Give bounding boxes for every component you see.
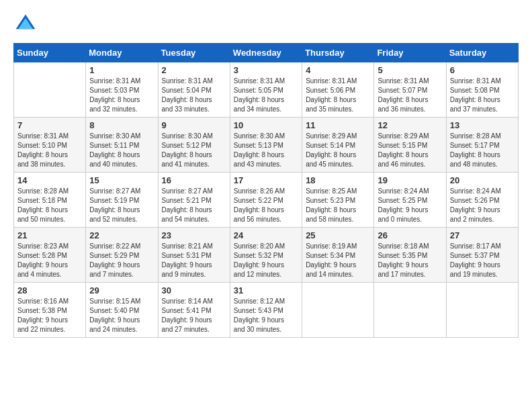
calendar-cell — [302, 283, 374, 338]
col-header-tuesday: Tuesday — [158, 44, 230, 62]
calendar-table: SundayMondayTuesdayWednesdayThursdayFrid… — [13, 43, 519, 338]
week-row-5: 28Sunrise: 8:16 AM Sunset: 5:38 PM Dayli… — [14, 283, 519, 338]
calendar-cell: 20Sunrise: 8:24 AM Sunset: 5:26 PM Dayli… — [446, 173, 518, 228]
cell-info: Sunrise: 8:30 AM Sunset: 5:13 PM Dayligh… — [234, 132, 298, 169]
day-number: 1 — [89, 65, 154, 75]
col-header-sunday: Sunday — [14, 44, 86, 62]
cell-info: Sunrise: 8:15 AM Sunset: 5:40 PM Dayligh… — [89, 297, 154, 334]
cell-info: Sunrise: 8:24 AM Sunset: 5:26 PM Dayligh… — [450, 187, 515, 224]
col-header-friday: Friday — [374, 44, 446, 62]
cell-info: Sunrise: 8:17 AM Sunset: 5:37 PM Dayligh… — [450, 242, 515, 279]
calendar-cell: 21Sunrise: 8:23 AM Sunset: 5:28 PM Dayli… — [14, 228, 86, 283]
day-number: 28 — [17, 285, 82, 295]
day-number: 9 — [162, 120, 226, 130]
day-number: 6 — [450, 65, 515, 75]
calendar-cell: 17Sunrise: 8:26 AM Sunset: 5:22 PM Dayli… — [230, 173, 302, 228]
cell-info: Sunrise: 8:26 AM Sunset: 5:22 PM Dayligh… — [234, 187, 298, 224]
day-number: 3 — [234, 65, 298, 75]
calendar-header-row: SundayMondayTuesdayWednesdayThursdayFrid… — [14, 44, 519, 62]
col-header-saturday: Saturday — [446, 44, 518, 62]
calendar-cell: 28Sunrise: 8:16 AM Sunset: 5:38 PM Dayli… — [14, 283, 86, 338]
calendar-cell: 23Sunrise: 8:21 AM Sunset: 5:31 PM Dayli… — [158, 228, 230, 283]
cell-info: Sunrise: 8:22 AM Sunset: 5:29 PM Dayligh… — [89, 242, 154, 279]
cell-info: Sunrise: 8:20 AM Sunset: 5:32 PM Dayligh… — [234, 242, 298, 279]
calendar-cell: 13Sunrise: 8:28 AM Sunset: 5:17 PM Dayli… — [446, 118, 518, 173]
calendar-cell: 7Sunrise: 8:31 AM Sunset: 5:10 PM Daylig… — [14, 118, 86, 173]
cell-info: Sunrise: 8:27 AM Sunset: 5:21 PM Dayligh… — [162, 187, 226, 224]
day-number: 19 — [378, 175, 442, 185]
calendar-cell: 10Sunrise: 8:30 AM Sunset: 5:13 PM Dayli… — [230, 118, 302, 173]
day-number: 5 — [378, 65, 442, 75]
calendar-cell: 11Sunrise: 8:29 AM Sunset: 5:14 PM Dayli… — [302, 118, 374, 173]
calendar-cell: 26Sunrise: 8:18 AM Sunset: 5:35 PM Dayli… — [374, 228, 446, 283]
day-number: 29 — [89, 285, 154, 295]
calendar-cell: 9Sunrise: 8:30 AM Sunset: 5:12 PM Daylig… — [158, 118, 230, 173]
calendar-cell: 18Sunrise: 8:25 AM Sunset: 5:23 PM Dayli… — [302, 173, 374, 228]
cell-info: Sunrise: 8:16 AM Sunset: 5:38 PM Dayligh… — [17, 297, 82, 334]
day-number: 27 — [450, 230, 515, 240]
day-number: 22 — [89, 230, 154, 240]
cell-info: Sunrise: 8:31 AM Sunset: 5:07 PM Dayligh… — [378, 77, 442, 114]
cell-info: Sunrise: 8:21 AM Sunset: 5:31 PM Dayligh… — [162, 242, 226, 279]
calendar-cell: 12Sunrise: 8:29 AM Sunset: 5:15 PM Dayli… — [374, 118, 446, 173]
col-header-thursday: Thursday — [302, 44, 374, 62]
col-header-wednesday: Wednesday — [230, 44, 302, 62]
cell-info: Sunrise: 8:30 AM Sunset: 5:12 PM Dayligh… — [162, 132, 226, 169]
cell-info: Sunrise: 8:31 AM Sunset: 5:03 PM Dayligh… — [89, 77, 154, 114]
day-number: 7 — [17, 120, 82, 130]
col-header-monday: Monday — [86, 44, 158, 62]
calendar-cell: 2Sunrise: 8:31 AM Sunset: 5:04 PM Daylig… — [158, 62, 230, 118]
calendar-cell: 25Sunrise: 8:19 AM Sunset: 5:34 PM Dayli… — [302, 228, 374, 283]
day-number: 25 — [306, 230, 370, 240]
cell-info: Sunrise: 8:23 AM Sunset: 5:28 PM Dayligh… — [17, 242, 82, 279]
calendar-cell: 5Sunrise: 8:31 AM Sunset: 5:07 PM Daylig… — [374, 62, 446, 118]
day-number: 2 — [162, 65, 226, 75]
cell-info: Sunrise: 8:27 AM Sunset: 5:19 PM Dayligh… — [89, 187, 154, 224]
day-number: 23 — [162, 230, 226, 240]
cell-info: Sunrise: 8:31 AM Sunset: 5:08 PM Dayligh… — [450, 77, 515, 114]
week-row-2: 7Sunrise: 8:31 AM Sunset: 5:10 PM Daylig… — [14, 118, 519, 173]
cell-info: Sunrise: 8:14 AM Sunset: 5:41 PM Dayligh… — [162, 297, 226, 334]
calendar-cell: 31Sunrise: 8:12 AM Sunset: 5:43 PM Dayli… — [230, 283, 302, 338]
calendar-cell: 22Sunrise: 8:22 AM Sunset: 5:29 PM Dayli… — [86, 228, 158, 283]
day-number: 18 — [306, 175, 370, 185]
day-number: 12 — [378, 120, 442, 130]
day-number: 30 — [162, 285, 226, 295]
calendar-cell: 15Sunrise: 8:27 AM Sunset: 5:19 PM Dayli… — [86, 173, 158, 228]
calendar-cell: 24Sunrise: 8:20 AM Sunset: 5:32 PM Dayli… — [230, 228, 302, 283]
logo — [13, 12, 40, 36]
day-number: 13 — [450, 120, 515, 130]
cell-info: Sunrise: 8:31 AM Sunset: 5:06 PM Dayligh… — [306, 77, 370, 114]
calendar-cell: 27Sunrise: 8:17 AM Sunset: 5:37 PM Dayli… — [446, 228, 518, 283]
week-row-4: 21Sunrise: 8:23 AM Sunset: 5:28 PM Dayli… — [14, 228, 519, 283]
day-number: 16 — [162, 175, 226, 185]
calendar-cell: 30Sunrise: 8:14 AM Sunset: 5:41 PM Dayli… — [158, 283, 230, 338]
day-number: 8 — [89, 120, 154, 130]
calendar-cell — [14, 62, 86, 118]
day-number: 17 — [234, 175, 298, 185]
cell-info: Sunrise: 8:18 AM Sunset: 5:35 PM Dayligh… — [378, 242, 442, 279]
calendar-cell: 1Sunrise: 8:31 AM Sunset: 5:03 PM Daylig… — [86, 62, 158, 118]
page: SundayMondayTuesdayWednesdayThursdayFrid… — [0, 0, 532, 411]
cell-info: Sunrise: 8:31 AM Sunset: 5:04 PM Dayligh… — [162, 77, 226, 114]
cell-info: Sunrise: 8:28 AM Sunset: 5:18 PM Dayligh… — [17, 187, 82, 224]
calendar-cell — [374, 283, 446, 338]
calendar-cell: 3Sunrise: 8:31 AM Sunset: 5:05 PM Daylig… — [230, 62, 302, 118]
header — [13, 12, 519, 36]
logo-icon — [13, 12, 38, 36]
cell-info: Sunrise: 8:28 AM Sunset: 5:17 PM Dayligh… — [450, 132, 515, 169]
day-number: 4 — [306, 65, 370, 75]
cell-info: Sunrise: 8:29 AM Sunset: 5:15 PM Dayligh… — [378, 132, 442, 169]
day-number: 15 — [89, 175, 154, 185]
calendar-cell: 14Sunrise: 8:28 AM Sunset: 5:18 PM Dayli… — [14, 173, 86, 228]
cell-info: Sunrise: 8:31 AM Sunset: 5:10 PM Dayligh… — [17, 132, 82, 169]
calendar-cell: 16Sunrise: 8:27 AM Sunset: 5:21 PM Dayli… — [158, 173, 230, 228]
calendar-cell — [446, 283, 518, 338]
day-number: 21 — [17, 230, 82, 240]
week-row-1: 1Sunrise: 8:31 AM Sunset: 5:03 PM Daylig… — [14, 62, 519, 118]
cell-info: Sunrise: 8:31 AM Sunset: 5:05 PM Dayligh… — [234, 77, 298, 114]
day-number: 11 — [306, 120, 370, 130]
day-number: 20 — [450, 175, 515, 185]
day-number: 31 — [234, 285, 298, 295]
cell-info: Sunrise: 8:25 AM Sunset: 5:23 PM Dayligh… — [306, 187, 370, 224]
